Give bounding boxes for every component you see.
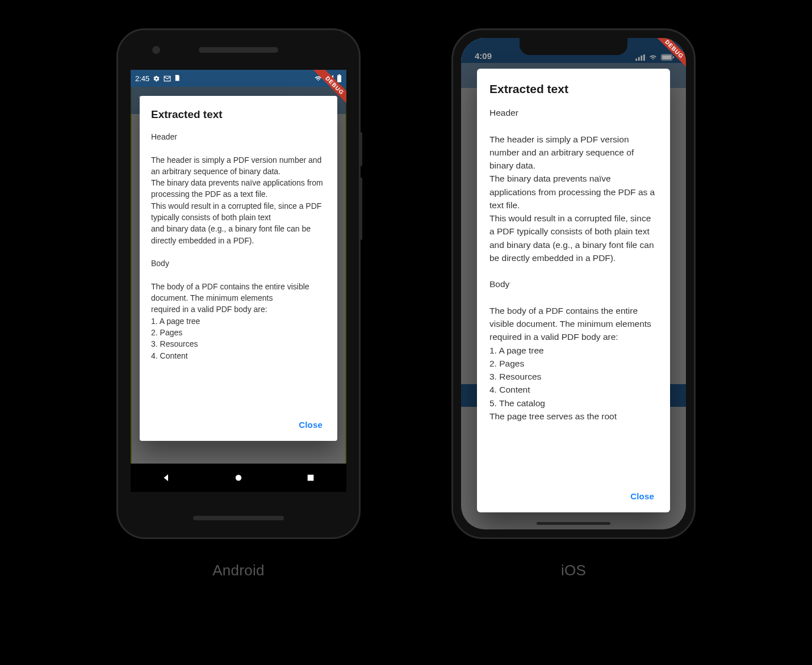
dialog-body-text[interactable]: Header The header is simply a PDF versio… — [151, 131, 326, 411]
dialog-body-text[interactable]: Header The header is simply a PDF versio… — [489, 106, 658, 482]
extracted-text-dialog: Extracted text Header The header is simp… — [140, 96, 337, 441]
android-status-bar: 2:45 — [131, 70, 346, 87]
volume-button — [359, 178, 362, 240]
android-nav-bar — [131, 464, 346, 492]
dialog-title: Extracted text — [489, 82, 658, 96]
extracted-text-dialog: Extracted text Header The header is simp… — [477, 69, 670, 512]
android-device-frame: 2:45 — [116, 28, 361, 539]
bottom-speaker — [193, 516, 284, 520]
svg-rect-0 — [337, 75, 341, 82]
svg-rect-3 — [307, 475, 313, 481]
home-button[interactable] — [227, 466, 250, 489]
ios-screen: 4:09 DE — [461, 38, 686, 529]
scroll-fade — [489, 470, 658, 486]
home-indicator[interactable] — [537, 522, 610, 525]
back-button[interactable] — [155, 466, 178, 489]
power-button — [359, 132, 362, 166]
close-button[interactable]: Close — [295, 415, 326, 434]
front-camera — [152, 46, 160, 54]
earpiece — [199, 47, 278, 53]
recents-button[interactable] — [299, 466, 322, 489]
notch — [520, 38, 627, 55]
dialog-actions: Close — [151, 411, 326, 434]
dialog-title: Extracted text — [151, 108, 326, 121]
svg-point-2 — [236, 475, 242, 481]
status-time: 2:45 — [135, 74, 149, 83]
caption-android: Android — [212, 562, 265, 579]
sdcard-icon — [174, 75, 181, 82]
svg-rect-1 — [338, 74, 340, 75]
mail-icon — [164, 75, 171, 82]
android-screen: 2:45 — [131, 70, 346, 492]
caption-ios: iOS — [561, 562, 586, 579]
close-button[interactable]: Close — [627, 487, 658, 506]
battery-icon — [337, 74, 342, 82]
gear-icon — [153, 75, 160, 82]
ios-device-frame: 4:09 DE — [451, 28, 696, 539]
